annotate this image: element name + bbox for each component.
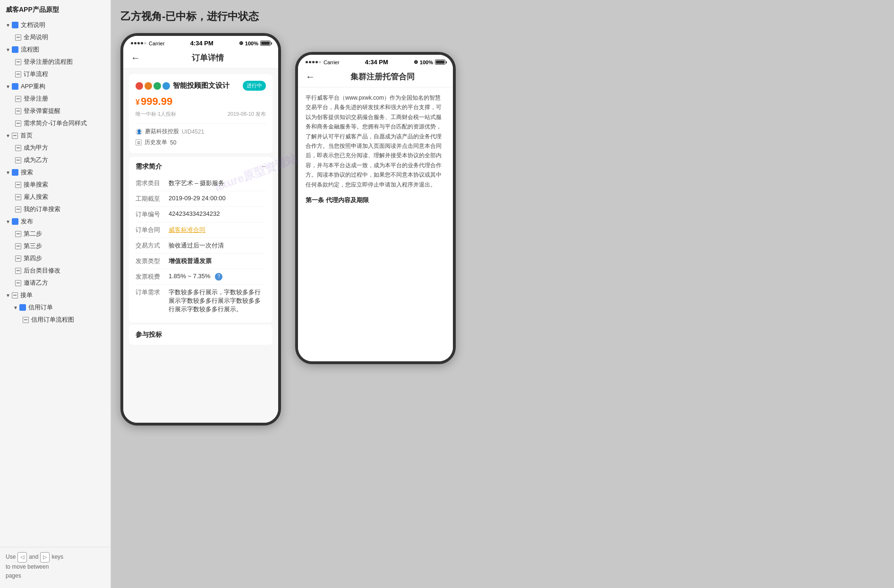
detail-label: 需求类目	[136, 179, 169, 187]
detail-row-demand: 订单需求 字数较多多行展示，字数较多多行展示字数较多多行展示字数较多多行展示字数…	[136, 285, 266, 317]
meta-right: 2019-08-10 发布	[228, 111, 266, 118]
detail-row-payment: 交易方式 验收通过后一次付清	[136, 238, 266, 254]
sidebar-item-order-search[interactable]: 我的订单搜索	[0, 203, 111, 215]
sidebar-item-label: 发布	[21, 217, 33, 226]
sidebar-item-credit-order-flow[interactable]: 信用订单流程图	[0, 314, 111, 326]
status-badge: 进行中	[243, 81, 266, 91]
page-icon	[23, 317, 29, 323]
contract-content[interactable]: 平行威客平台（www.pxwk.com）作为全国知名的智慧交易平台，具备先进的研…	[298, 87, 453, 361]
sidebar-item-search[interactable]: ▼ 搜索	[0, 166, 111, 179]
sidebar-title: 威客APP产品原型	[0, 0, 111, 19]
sidebar-scroll[interactable]: ▼ 文档说明 全局说明 ▼ 流程图 登录注册的流程图 订单流程 ▼ APP重构	[0, 19, 111, 547]
contract-intro: 平行威客平台（www.pxwk.com）作为全国知名的智慧交易平台，具备先进的研…	[306, 93, 445, 189]
page-icon	[15, 120, 21, 127]
detail-value: 数字艺术 – 摄影服务	[169, 179, 266, 187]
sidebar-item-login-reg[interactable]: 登录注册	[0, 93, 111, 105]
participate-title: 参与投标	[136, 331, 162, 338]
dot-orange	[145, 82, 152, 90]
history-info: ≡ 历史发单 50	[136, 138, 266, 146]
meta-left: 唯一中标·1人投标	[136, 111, 176, 118]
back-arrow-2[interactable]: ←	[306, 71, 315, 82]
sidebar-item-become-a[interactable]: 成为甲方	[0, 142, 111, 154]
sidebar-item-label: 文档说明	[21, 21, 45, 29]
sidebar-item-label: 接单	[20, 291, 33, 299]
sidebar-item-flowchart[interactable]: ▼ 流程图	[0, 43, 111, 56]
order-title: 智能投顾图文设计	[173, 81, 230, 90]
order-title-row: 智能投顾图文设计	[136, 81, 230, 90]
battery-icon-2	[435, 60, 445, 65]
sidebar: 威客APP产品原型 ▼ 文档说明 全局说明 ▼ 流程图 登录注册的流程图 订单流…	[0, 0, 111, 588]
footer-navigation-hint: Use ◁ and ▷ keys	[6, 552, 105, 562]
detail-label: 工期截至	[136, 195, 169, 203]
page-icon	[15, 256, 21, 262]
user-uid: UID4521	[182, 128, 204, 135]
detail-label: 订单合同	[136, 226, 169, 234]
user-avatar-icon: 👤	[136, 128, 142, 135]
sidebar-item-order-flow[interactable]: 订单流程	[0, 68, 111, 80]
sidebar-item-become-b[interactable]: 成为乙方	[0, 154, 111, 166]
footer-text-3: pages	[6, 571, 105, 580]
carrier-label: Carrier	[149, 41, 165, 46]
sidebar-item-talent-search[interactable]: 接单搜索	[0, 179, 111, 191]
sidebar-item-doc-intro[interactable]: ▼ 文档说明	[0, 19, 111, 31]
list-icon: ≡	[136, 139, 142, 145]
and-text: and	[29, 553, 38, 562]
folder-icon	[19, 304, 26, 311]
sidebar-item-label: 信用订单	[28, 303, 53, 312]
page-icon	[15, 280, 21, 286]
time-label: 4:34 PM	[190, 40, 213, 47]
detail-value-demand: 字数较多多行展示，字数较多多行展示字数较多多行展示字数较多多行展示字数较多多行展…	[169, 288, 266, 314]
sidebar-item-credit-order[interactable]: ▼ 信用订单	[0, 301, 111, 314]
sidebar-item-label: 邀请乙方	[24, 279, 48, 287]
phone-content[interactable]: 智能投顾图文设计 进行中 ¥999.99 唯一中标·1人投标 2019-08-1…	[123, 68, 278, 423]
order-meta: 唯一中标·1人投标 2019-08-10 发布	[136, 111, 266, 118]
page-icon	[15, 243, 21, 249]
sidebar-item-accept[interactable]: ▼ 接单	[0, 289, 111, 301]
phone2-status-bar: Carrier 4:34 PM ⊕ 100%	[298, 55, 453, 68]
footer-text-2: to move between	[6, 562, 105, 571]
arrow-icon: ▼	[6, 293, 10, 298]
sidebar-item-step4[interactable]: 第四步	[0, 252, 111, 264]
sidebar-item-backend-edit[interactable]: 后台类目修改	[0, 264, 111, 277]
phone-contract: Carrier 4:34 PM ⊕ 100% ← 集群注册托管合同 平行威客平台…	[295, 52, 456, 364]
lock-icon: ⊕	[239, 40, 243, 46]
nav-title-2: 集群注册托管合同	[320, 71, 445, 82]
detail-value-contract[interactable]: 威客标准合同	[169, 226, 266, 234]
sidebar-item-publish[interactable]: ▼ 发布	[0, 215, 111, 228]
back-arrow[interactable]: ←	[131, 52, 140, 63]
sidebar-item-label: 登录注册	[24, 94, 48, 103]
tax-help-button[interactable]: ?	[215, 273, 222, 281]
sidebar-item-step2[interactable]: 第二步	[0, 228, 111, 240]
sidebar-item-homepage[interactable]: ▼ 首页	[0, 129, 111, 142]
arrow-icon: ▼	[6, 133, 10, 138]
sidebar-item-label: 信用订单流程图	[31, 315, 74, 324]
detail-row-tax: 发票税费 1.85% ~ 7.35% ?	[136, 269, 266, 285]
collapse-button[interactable]: −	[262, 162, 266, 171]
page-icon	[12, 292, 18, 298]
detail-value: 1.85% ~ 7.35% ?	[169, 273, 266, 281]
signal-dots-2: Carrier	[306, 60, 340, 65]
sidebar-item-invite-b[interactable]: 邀请乙方	[0, 277, 111, 289]
sidebar-item-demand-brief[interactable]: 需求简介-订单合同样式	[0, 117, 111, 129]
use-text: Use	[6, 553, 16, 562]
sidebar-item-login-popup[interactable]: 登录弹窗提醒	[0, 105, 111, 117]
sidebar-item-login-flow[interactable]: 登录注册的流程图	[0, 56, 111, 68]
page-icon	[15, 145, 21, 151]
dot-red	[136, 82, 143, 90]
folder-icon	[12, 22, 18, 28]
participate-section: 参与投标	[129, 324, 272, 345]
order-price: ¥999.99	[136, 95, 266, 108]
sidebar-item-global-intro[interactable]: 全局说明	[0, 31, 111, 43]
section-header: 需求简介 −	[136, 162, 266, 171]
arrow-icon: ▼	[6, 170, 10, 175]
folder-icon	[12, 169, 18, 176]
battery-pct-2: 100%	[420, 60, 433, 65]
arrow-icon: ▼	[6, 47, 10, 52]
contract-section1-title: 第一条 代理内容及期限	[306, 195, 445, 205]
sidebar-item-employer-search[interactable]: 雇人搜索	[0, 191, 111, 203]
section-title: 需求简介	[136, 162, 162, 171]
sidebar-item-step3[interactable]: 第三步	[0, 240, 111, 252]
lock-icon-2: ⊕	[414, 59, 418, 65]
page-icon	[15, 108, 21, 114]
sidebar-item-app-rebuild[interactable]: ▼ APP重构	[0, 80, 111, 93]
